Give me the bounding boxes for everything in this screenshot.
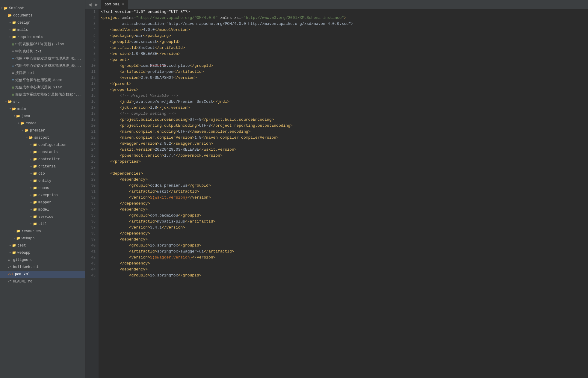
folder-icon: 📁: [16, 235, 20, 241]
sidebar-item-readme[interactable]: /*README.md: [0, 278, 85, 285]
sidebar-item-ccdoa[interactable]: 📂ccdoa: [0, 120, 85, 127]
code-line-45: <groupId>io.springfox</groupId>: [101, 273, 586, 279]
folder-icon: 📁: [33, 178, 37, 184]
sidebar-item-controller[interactable]: 📁controller: [0, 156, 85, 163]
tree-item-label: webapp: [22, 235, 34, 241]
code-line-32: <version>${wskit.version}</version>: [101, 195, 586, 201]
sidebar-item-documents[interactable]: 📂documents: [0, 12, 85, 19]
sidebar-item-java[interactable]: 📂java: [0, 113, 85, 120]
sidebar-item-smscost[interactable]: 📂SmsCost: [0, 5, 85, 12]
folder-icon: 📁: [12, 34, 16, 40]
chevron-icon: [29, 156, 33, 162]
code-line-13: </parent>: [101, 81, 586, 87]
tree-item-label: mapper: [38, 199, 51, 205]
sidebar-item-premier[interactable]: 📂premier: [0, 127, 85, 134]
sidebar-item-file3[interactable]: ≡信用卡中心短信发送成本管理系统_概...: [0, 55, 85, 62]
tree-item-label: 信用卡中心短信发送成本管理系统_概...: [15, 56, 81, 62]
folder-icon: 📂: [16, 113, 20, 119]
sidebar-item-main[interactable]: 📂main: [0, 105, 85, 113]
sidebar-item-webapp[interactable]: 📁webapp: [0, 235, 85, 242]
line-number-37: 37: [88, 225, 96, 231]
line-number-17: 17: [88, 105, 96, 111]
sidebar-item-test[interactable]: 📁test: [0, 242, 85, 249]
sidebar-item-design[interactable]: 📁design: [0, 19, 85, 26]
folder-icon: 📁: [33, 185, 37, 191]
chevron-icon: [8, 34, 12, 40]
chevron-icon: [8, 250, 12, 256]
line-number-1: 1: [88, 9, 96, 15]
sidebar-item-service[interactable]: 📁service: [0, 213, 85, 220]
sidebar-item-entity[interactable]: 📁entity: [0, 177, 85, 185]
tab-pomxml[interactable]: pom.xml✕: [101, 0, 128, 9]
docx-file-icon: ≡: [12, 77, 14, 83]
sidebar-item-src[interactable]: 📂src: [0, 98, 85, 105]
line-number-11: 11: [88, 69, 96, 75]
folder-icon: 📁: [33, 164, 37, 170]
chevron-icon: [29, 185, 33, 191]
folder-icon: 📂: [29, 135, 33, 141]
chevron-icon: [29, 214, 33, 220]
sidebar-item-file2[interactable]: ≡中间表结构.txt: [0, 48, 85, 55]
sidebar-item-configuration[interactable]: 📁configuration: [0, 141, 85, 149]
sidebar-item-exception[interactable]: 📁exception: [0, 192, 85, 199]
folder-icon: 📁: [33, 214, 37, 220]
md-file-icon: /*: [8, 279, 12, 285]
sidebar-item-file6[interactable]: ≡短信平台操作使用说明.docx: [0, 77, 85, 84]
tab-label: pom.xml: [105, 2, 120, 7]
sidebar-item-enums[interactable]: 📁enums: [0, 185, 85, 192]
tab-close-button[interactable]: ✕: [122, 3, 124, 6]
code-line-36: <artifactId>mybatis-plus</artifactId>: [101, 219, 586, 225]
tree-item-label: 中间表数据0618(更新).xlsx: [15, 41, 64, 47]
line-number-9: 9: [88, 57, 96, 63]
sidebar-item-dto[interactable]: 📁dto: [0, 170, 85, 177]
folder-icon: 📂: [4, 5, 8, 11]
sidebar-item-pomxml[interactable]: </>pom.xml: [0, 271, 85, 278]
nav-forward-button[interactable]: ▶: [93, 2, 99, 7]
code-editor[interactable]: 1234567891011121314151617181920212223242…: [85, 9, 588, 378]
chevron-icon: [13, 228, 16, 234]
sidebar-item-smscost2[interactable]: 📂smscost: [0, 134, 85, 141]
tree-item-label: entity: [38, 178, 51, 184]
sidebar-item-webapp2[interactable]: 📁webapp: [0, 249, 85, 256]
folder-icon: 📂: [25, 128, 29, 134]
code-line-29: <dependency>: [101, 177, 586, 183]
sidebar-item-file5[interactable]: ≡接口表.txt: [0, 69, 85, 77]
folder-icon: 📁: [12, 27, 16, 33]
sidebar-item-file1[interactable]: ▦中间表数据0618(更新).xlsx: [0, 41, 85, 48]
sidebar-item-constants[interactable]: 📁constants: [0, 149, 85, 156]
line-number-10: 10: [88, 63, 96, 69]
sidebar-item-model[interactable]: 📁model: [0, 206, 85, 213]
sidebar-item-file7[interactable]: ▦短信成本中心测试用例.xlsx: [0, 84, 85, 91]
sidebar-item-mails[interactable]: 📁mails: [0, 26, 85, 34]
code-line-21: <maven.compiler.encoding>UTF-8</maven.co…: [101, 129, 586, 135]
chevron-icon: [29, 199, 33, 205]
folder-icon: 📁: [12, 20, 16, 26]
docx-file-icon: ≡: [12, 56, 14, 62]
code-line-4: <modelVersion>4.0.0</modelVersion>: [101, 27, 586, 33]
sidebar-item-file4[interactable]: ≡信用卡中心短信发送成本管理系统_概...: [0, 62, 85, 69]
folder-icon: 📂: [20, 120, 25, 126]
code-line-34: <dependency>: [101, 207, 586, 213]
tree-item-label: 接口表.txt: [15, 70, 35, 76]
line-number-7: 7: [88, 45, 96, 51]
line-number-33: 33: [88, 201, 96, 207]
code-line-42: <version>${swagger.version}</version>: [101, 255, 586, 261]
sidebar-item-gitignore[interactable]: ≡.gitignore: [0, 256, 85, 264]
sidebar-item-mapper[interactable]: 📁mapper: [0, 199, 85, 206]
nav-back-button[interactable]: ◀: [87, 2, 93, 7]
sidebar-item-buildweb[interactable]: /*buildweb.bat: [0, 264, 85, 271]
line-number-21: 21: [88, 129, 96, 135]
sidebar-item-file8[interactable]: ▦短信成本系统功能拆分及预估点数spr...: [0, 91, 85, 98]
tree-item-label: .gitignore: [11, 257, 33, 263]
sidebar-item-resources[interactable]: 📁resources: [0, 228, 85, 235]
line-number-6: 6: [88, 39, 96, 45]
tree-item-label: requirements: [17, 34, 43, 40]
sidebar-item-requirements[interactable]: 📁requirements: [0, 34, 85, 41]
line-number-24: 24: [88, 147, 96, 153]
sidebar-item-util[interactable]: 📁util: [0, 220, 85, 228]
code-line-6: <groupId>com.smscost</groupId>: [101, 39, 586, 45]
nav-buttons: ◀ ▶: [85, 2, 101, 7]
line-number-20: 20: [88, 123, 96, 129]
sidebar-item-criteria[interactable]: 📁criteria: [0, 163, 85, 170]
line-number-44: 44: [88, 267, 96, 273]
